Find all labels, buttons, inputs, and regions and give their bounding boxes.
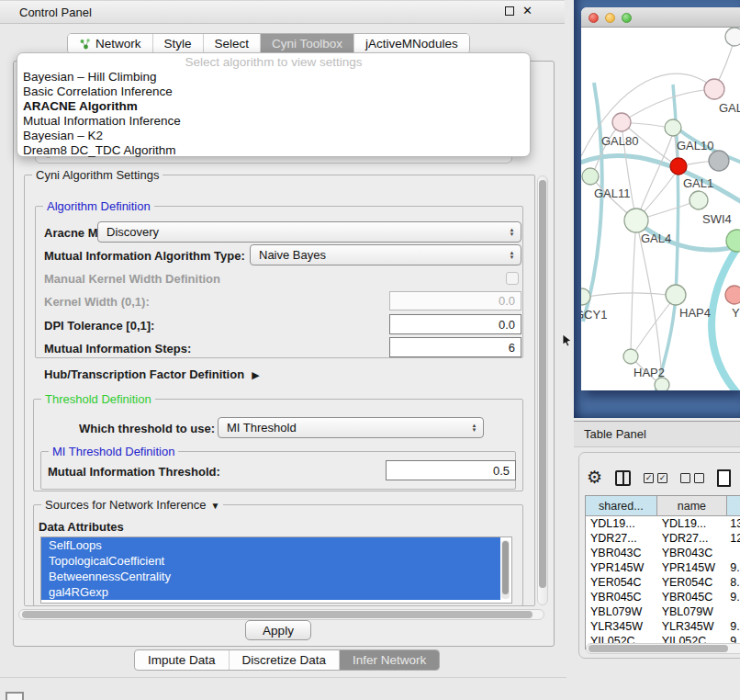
minimize-traffic-light-icon[interactable] — [605, 13, 615, 23]
table-cell[interactable]: 8. — [727, 576, 740, 589]
table-row[interactable]: YDL19...YDL19...13 — [586, 516, 740, 531]
table-cell[interactable]: YDR27... — [586, 532, 657, 545]
table-cell[interactable]: YBR045C — [657, 591, 728, 604]
node-table: shared... name A YDL19...YDL19...13YDR27… — [585, 495, 740, 649]
table-cell[interactable]: 9. — [727, 561, 740, 574]
network-node[interactable] — [665, 119, 681, 136]
table-cell[interactable]: YER054C — [586, 576, 657, 589]
manual-kernel-checkbox[interactable] — [506, 272, 519, 285]
table-cell[interactable]: YLR345W — [586, 620, 657, 633]
expand-right-icon[interactable]: ▶ — [252, 369, 259, 380]
table-cell[interactable]: YBR043C — [586, 547, 657, 559]
network-window-titlebar[interactable] — [581, 7, 740, 28]
column-header-partial[interactable]: A — [727, 496, 740, 515]
table-row[interactable]: YDR27...YDR27...12 — [586, 531, 740, 546]
table-cell[interactable]: YDL19... — [657, 517, 728, 530]
table-cell[interactable]: YER054C — [657, 576, 728, 589]
tab-infer-network[interactable]: Infer Network — [340, 650, 439, 670]
algorithm-option[interactable]: Basic Correlation Inference — [17, 85, 530, 99]
network-node[interactable] — [709, 151, 729, 171]
tab-cyni-toolbox[interactable]: Cyni Toolbox — [261, 34, 354, 53]
tab-select[interactable]: Select — [204, 34, 262, 53]
mi-threshold-field[interactable]: 0.5 — [386, 460, 516, 480]
table-row[interactable]: YBR043CYBR043C — [586, 546, 740, 560]
table-cell[interactable]: YBR043C — [657, 547, 728, 559]
scrollbar-thumb[interactable] — [22, 611, 533, 618]
table-cell[interactable]: 12 — [727, 532, 740, 545]
network-node[interactable] — [704, 79, 724, 99]
unchecked-checkboxes-icon[interactable] — [680, 473, 704, 483]
table-row[interactable]: YER054CYER054C8. — [586, 575, 740, 590]
scrollbar-thumb[interactable] — [589, 645, 728, 652]
collapse-down-icon[interactable]: ▼ — [211, 501, 220, 511]
network-node[interactable] — [725, 286, 740, 304]
close-traffic-light-icon[interactable] — [589, 13, 599, 23]
table-row[interactable]: YBR045CYBR045C9. — [586, 590, 740, 604]
data-attributes-list[interactable]: SelfLoopsTopologicalCoefficientBetweenne… — [40, 536, 512, 604]
mi-steps-field[interactable]: 6 — [389, 337, 521, 357]
network-node[interactable] — [624, 209, 648, 232]
network-node[interactable] — [670, 158, 687, 175]
table-cell[interactable]: 9. — [727, 591, 740, 604]
float-window-icon[interactable] — [505, 6, 514, 16]
column-header-name[interactable]: name — [657, 496, 728, 515]
tab-jactivemnodules[interactable]: jActiveMNodules — [354, 34, 469, 53]
table-cell[interactable]: 9. — [727, 620, 740, 633]
network-node[interactable] — [690, 191, 708, 209]
zoom-traffic-light-icon[interactable] — [622, 13, 632, 23]
column-header-shared-name[interactable]: shared... — [586, 496, 657, 515]
tab-network[interactable]: Network — [68, 34, 153, 53]
algorithm-option[interactable]: Bayesian – K2 — [17, 129, 530, 143]
table-cell[interactable]: YBR045C — [586, 591, 657, 604]
table-cell[interactable]: YPR145W — [586, 561, 657, 574]
minimized-panel-icon[interactable] — [6, 692, 24, 700]
network-node[interactable] — [623, 349, 638, 364]
close-icon[interactable]: ✕ — [522, 6, 533, 17]
network-canvas[interactable]: GALGAL80GAL10GAL1GAL11SWI4GAL4HAP4YGCY1H… — [581, 28, 740, 390]
tab-impute-data[interactable]: Impute Data — [135, 650, 230, 670]
network-node[interactable] — [582, 168, 599, 185]
tab-style[interactable]: Style — [153, 34, 204, 53]
scrollbar-thumb[interactable] — [539, 180, 546, 588]
settings-vertical-scrollbar[interactable] — [537, 175, 548, 605]
list-scrollbar[interactable] — [501, 540, 510, 599]
table-row[interactable]: YLR345WYLR345W9. — [586, 619, 740, 634]
table-cell[interactable]: YBL079W — [657, 605, 728, 618]
attribute-list-item[interactable]: TopologicalCoefficient — [41, 553, 500, 569]
attribute-list-item[interactable]: BetweennessCentrality — [41, 569, 500, 584]
network-node[interactable] — [612, 113, 631, 131]
algorithm-option[interactable]: Mutual Information Inference — [17, 114, 530, 129]
table-cell[interactable]: YDL19... — [586, 517, 657, 530]
mi-threshold-group-title: MI Threshold Definition — [49, 445, 178, 458]
table-cell[interactable]: YLR345W — [657, 620, 728, 633]
apply-button[interactable]: Apply — [245, 620, 311, 640]
algorithm-option[interactable]: ARACNE Algorithm — [17, 99, 530, 114]
checked-checkboxes-icon[interactable]: ✓✓ — [644, 473, 667, 483]
table-row[interactable]: YPR145WYPR145W9. — [586, 560, 740, 575]
aracne-mode-combo[interactable]: Discovery ▲▼ — [97, 221, 521, 243]
gear-icon[interactable]: ⚙ — [587, 469, 602, 487]
hub-definition-expander[interactable]: Hub/Transcription Factor Definition▶ — [44, 367, 260, 381]
sources-title[interactable]: Sources for Network Inference▼ — [41, 498, 223, 512]
table-cell[interactable]: YDR27... — [657, 532, 728, 545]
kernel-width-field[interactable]: 0.0 — [389, 291, 521, 310]
algorithm-option[interactable]: Dream8 DC_TDC Algorithm — [17, 143, 530, 158]
network-node[interactable] — [655, 378, 669, 390]
mi-algorithm-type-combo[interactable]: Naive Bayes ▲▼ — [250, 244, 521, 265]
tab-discretize-data[interactable]: Discretize Data — [230, 650, 341, 670]
column-layout-icon[interactable] — [615, 470, 631, 486]
settings-horizontal-scrollbar[interactable] — [18, 609, 544, 620]
network-node[interactable] — [725, 28, 740, 46]
table-cell[interactable]: 13 — [727, 517, 740, 530]
attribute-list-item[interactable]: SelfLoops — [41, 537, 500, 553]
table-horizontal-scrollbar[interactable] — [586, 643, 740, 654]
table-cell[interactable]: YBL079W — [586, 605, 657, 618]
algorithm-option[interactable]: Bayesian – Hill Climbing — [17, 70, 530, 85]
network-node[interactable] — [666, 285, 686, 305]
table-row[interactable]: YBL079WYBL079W — [586, 604, 740, 619]
document-icon[interactable] — [717, 469, 731, 487]
which-threshold-combo[interactable]: MI Threshold ▲▼ — [218, 417, 484, 438]
attribute-list-item[interactable]: gal4RGexp — [41, 584, 500, 600]
dpi-tolerance-field[interactable]: 0.0 — [389, 314, 521, 334]
table-cell[interactable]: YPR145W — [657, 561, 728, 574]
